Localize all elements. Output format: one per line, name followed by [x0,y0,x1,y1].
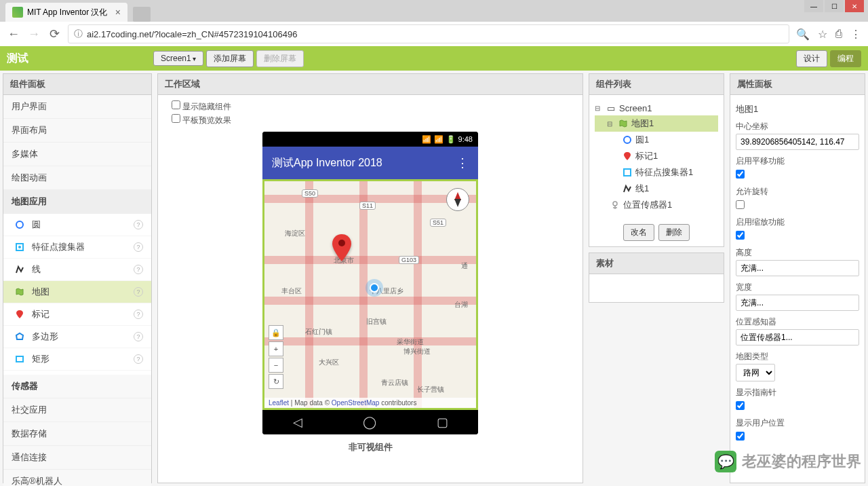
menu-icon[interactable]: ⋮ [850,28,861,41]
show-hidden-checkbox[interactable]: 显示隐藏组件 [172,100,569,113]
map-reset-icon[interactable]: ↻ [269,374,283,389]
back-icon[interactable]: ← [7,27,20,41]
collapse-icon[interactable]: ⊟ [607,120,615,128]
compass-icon[interactable] [446,188,469,211]
new-tab-button[interactable] [133,7,151,22]
palette-cat-media[interactable]: 多媒体 [3,143,151,166]
watermark: 💬 老巫婆的程序世界 [715,451,861,472]
leaflet-link[interactable]: Leaflet [269,399,289,407]
remove-screen-button[interactable]: 删除屏幕 [256,50,304,67]
help-icon[interactable]: ? [134,354,143,364]
window-close[interactable]: ✕ [845,0,864,12]
palette-item-marker[interactable]: 标记 ? [3,303,151,326]
palette-item-circle[interactable]: 圆 ? [3,214,151,236]
area-label: 丰台区 [281,286,302,296]
components-tree: ⊟ ▭ Screen1 ⊟ 地图1 圆1 标记1 [589,95,724,219]
feature-icon [14,242,25,253]
palette-item-polygon[interactable]: 多边形 ? [3,326,151,348]
browser-tab[interactable]: MIT App Inventor 汉化 × [5,3,127,22]
map-component[interactable]: S50 S11 S51 G103 海淀区 北京市 丰台区 十八里店乡 旧宫镇 石… [262,179,478,410]
palette-cat-storage[interactable]: 数据存储 [3,422,151,446]
tree-node-screen[interactable]: ⊟ ▭ Screen1 [595,100,718,115]
palette-item-rectangle[interactable]: 矩形 ? [3,348,151,371]
url-input[interactable]: ⓘ ai2.17coding.net/?locale=zh_CN#4572319… [68,24,789,43]
bookmark-icon[interactable]: ☆ [818,28,827,41]
palette-cat-drawing[interactable]: 绘图动画 [3,166,151,190]
road-label: S51 [430,219,446,227]
tab-close-icon[interactable]: × [115,7,121,18]
screen-dropdown[interactable]: Screen1 [153,51,203,66]
prop-label-show-compass: 显示指南针 [736,387,859,398]
cast-icon[interactable]: ⎙ [835,28,842,41]
browser-tab-bar: — ☐ ✕ MIT App Inventor 汉化 × [0,0,868,22]
prop-label-height: 高度 [736,247,859,259]
back-nav-icon[interactable]: ◁ [293,415,302,430]
tree-node-feature[interactable]: 特征点搜集器1 [595,164,718,181]
map-zoom-in[interactable]: + [269,341,283,356]
tree-node-circle[interactable]: 圆1 [595,132,718,148]
palette-item-map[interactable]: 地图 ? [3,281,151,303]
search-icon[interactable]: 🔍 [796,28,810,41]
prop-label-width: 宽度 [736,282,859,293]
blocks-button[interactable]: 编程 [830,50,861,67]
help-icon[interactable]: ? [134,332,143,341]
site-info-icon[interactable]: ⓘ [74,28,83,40]
recent-nav-icon[interactable]: ▢ [437,415,448,430]
palette-item-line[interactable]: 线 ? [3,259,151,281]
palette-item-feature[interactable]: 特征点搜集器 ? [3,236,151,259]
road-label: S50 [302,189,318,198]
designer-button[interactable]: 设计 [796,50,827,67]
prop-check-pan[interactable] [736,170,745,179]
palette-cat-connectivity[interactable]: 通信连接 [3,446,151,470]
prop-check-rotate[interactable] [736,200,745,209]
prop-check-user[interactable] [736,432,745,441]
user-location-dot [370,283,379,293]
browser-right-icons: 🔍 ☆ ⎙ ⋮ [796,28,861,41]
palette-cat-social[interactable]: 社交应用 [3,398,151,422]
tablet-preview-checkbox[interactable]: 平板预览效果 [172,114,569,126]
wechat-icon: 💬 [715,451,736,472]
map-zoom-out[interactable]: − [269,358,283,373]
reload-icon[interactable]: ⟳ [47,26,61,41]
prop-check-zoom[interactable] [736,231,745,240]
window-minimize[interactable]: — [804,0,823,12]
palette-item-label: 标记 [32,308,50,320]
prop-select-map-type[interactable]: 路网 [736,364,775,381]
palette-cat-lego[interactable]: 乐高®机器人 [3,470,151,486]
home-nav-icon[interactable]: ◯ [363,415,376,430]
palette-cat-layout[interactable]: 界面布局 [3,119,151,143]
help-icon[interactable]: ? [134,287,143,297]
help-icon[interactable]: ? [134,265,143,274]
rectangle-icon [14,354,25,364]
collapse-icon[interactable]: ⊟ [595,105,603,112]
area-label: 石红门镇 [305,327,332,337]
window-maximize[interactable]: ☐ [825,0,844,12]
rename-button[interactable]: 改名 [623,224,654,241]
svg-point-5 [624,136,631,143]
help-icon[interactable]: ? [134,242,143,252]
help-icon[interactable]: ? [134,220,143,229]
road-label: G103 [399,256,419,264]
tree-node-location[interactable]: 位置传感器1 [595,197,718,213]
map-controls: 🔒 + − ↻ [269,324,283,389]
palette-cat-ui[interactable]: 用户界面 [3,95,151,119]
palette-cat-sensors[interactable]: 传感器 [3,375,151,398]
forward-icon[interactable]: → [27,27,41,41]
map-lock-icon[interactable]: 🔒 [269,325,283,340]
delete-button[interactable]: 删除 [658,224,690,241]
add-screen-button[interactable]: 添加屏幕 [206,50,254,67]
help-icon[interactable]: ? [134,310,143,319]
tree-node-map[interactable]: ⊟ 地图1 [595,115,718,132]
prop-input-location-sensor[interactable] [736,329,859,345]
app-menu-icon[interactable]: ⋮ [456,155,469,170]
prop-input-center[interactable] [736,134,859,150]
prop-label-center: 中心坐标 [736,121,859,132]
map-marker[interactable] [332,234,351,264]
osm-link[interactable]: OpenStreetMap [332,399,380,407]
prop-input-height[interactable] [736,260,859,276]
tree-node-marker[interactable]: 标记1 [595,148,718,164]
prop-input-width[interactable] [736,295,859,311]
prop-check-compass[interactable] [736,401,745,410]
tree-node-line[interactable]: 线1 [595,181,718,197]
palette-cat-maps[interactable]: 地图应用 [3,190,151,214]
